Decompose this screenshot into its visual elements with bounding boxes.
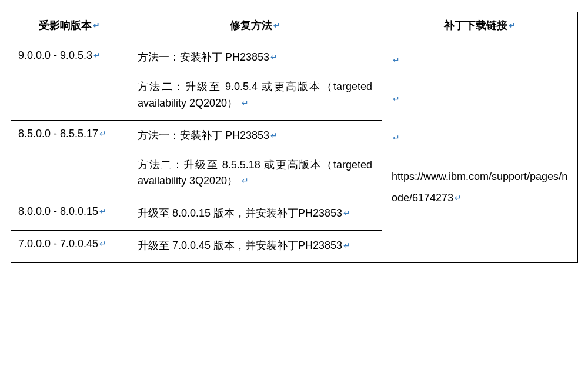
fix-text: 方法一：安装补丁 PH23853	[138, 51, 269, 63]
cell-version: 7.0.0.0 - 7.0.0.45↵	[11, 231, 128, 263]
fix-text: 方法一：安装补丁 PH23853	[138, 129, 269, 141]
fix-line: 方法一：安装补丁 PH23853↵	[138, 128, 372, 144]
cell-version: 8.5.0.0 - 8.5.5.17↵	[11, 120, 128, 198]
paragraph-mark-icon: ↵	[273, 21, 280, 30]
header-patch-link: 补丁下载链接↵	[382, 12, 578, 42]
fix-text: 升级至 7.0.0.45 版本，并安装补丁PH23853	[138, 240, 342, 251]
cell-patch-link: ↵ ↵ ↵ https://www.ibm.com/support/pages/…	[382, 42, 578, 263]
empty-paragraph: ↵	[392, 49, 568, 71]
fix-line: 升级至 7.0.0.45 版本，并安装补丁PH23853↵	[138, 238, 372, 254]
paragraph-mark-icon: ↵	[270, 51, 278, 64]
cell-fix-method: 升级至 7.0.0.45 版本，并安装补丁PH23853↵	[128, 231, 382, 263]
header-affected-version: 受影响版本↵	[11, 12, 128, 42]
paragraph-mark-icon: ↵	[270, 129, 278, 142]
paragraph-mark-icon: ↵	[93, 51, 101, 60]
header-label: 修复方法	[230, 19, 272, 31]
paragraph-mark-icon: ↵	[343, 240, 350, 252]
fix-line: 方法一：安装补丁 PH23853↵	[138, 49, 372, 66]
version-text: 9.0.0.0 - 9.0.5.3	[18, 49, 92, 61]
paragraph-mark-icon: ↵	[99, 239, 106, 248]
cell-fix-method: 升级至 8.0.0.15 版本，并安装补丁PH23853↵	[128, 198, 382, 231]
paragraph-mark-icon: ↵	[343, 207, 350, 220]
paragraph-mark-icon: ↵	[93, 21, 100, 30]
paragraph-mark-icon: ↵	[242, 97, 249, 110]
paragraph-mark-icon: ↵	[393, 91, 400, 107]
patch-link-text[interactable]: https://www.ibm.com/support/pages/node/6…	[392, 171, 567, 204]
version-text: 8.0.0.0 - 8.0.0.15	[18, 205, 98, 217]
cell-fix-method: 方法一：安装补丁 PH23853↵ 方法二：升级至 9.0.5.4 或更高版本（…	[128, 42, 382, 121]
fix-line: 方法二：升级至 8.5.5.18 或更高版本（targeted availabi…	[138, 157, 372, 190]
header-fix-method: 修复方法↵	[128, 12, 382, 42]
empty-paragraph: ↵	[392, 127, 568, 148]
paragraph-mark-icon: ↵	[509, 21, 516, 30]
table-row: 9.0.0.0 - 9.0.5.3↵ 方法一：安装补丁 PH23853↵ 方法二…	[11, 42, 578, 121]
paragraph-mark-icon: ↵	[242, 175, 249, 188]
cell-fix-method: 方法一：安装补丁 PH23853↵ 方法二：升级至 8.5.5.18 或更高版本…	[128, 120, 382, 198]
paragraph-mark-icon: ↵	[99, 207, 106, 216]
paragraph-mark-icon: ↵	[393, 52, 400, 68]
cell-version: 8.0.0.0 - 8.0.0.15↵	[11, 198, 128, 231]
version-text: 8.5.0.0 - 8.5.5.17	[18, 128, 98, 139]
paragraph-mark-icon: ↵	[393, 129, 400, 146]
header-label: 补丁下载链接	[444, 19, 507, 31]
fix-line: 方法二：升级至 9.0.5.4 或更高版本（targeted availabil…	[138, 79, 372, 112]
header-label: 受影响版本	[39, 19, 92, 31]
cell-version: 9.0.0.0 - 9.0.5.3↵	[11, 42, 128, 121]
patch-table: 受影响版本↵ 修复方法↵ 补丁下载链接↵ 9.0.0.0 - 9.0.5.3↵ …	[11, 12, 578, 263]
paragraph-mark-icon: ↵	[455, 190, 462, 206]
version-text: 7.0.0.0 - 7.0.0.45	[18, 238, 98, 250]
paragraph-mark-icon: ↵	[99, 129, 106, 138]
patch-link-paragraph: https://www.ibm.com/support/pages/node/6…	[392, 166, 568, 208]
table-header-row: 受影响版本↵ 修复方法↵ 补丁下载链接↵	[11, 12, 578, 42]
fix-line: 升级至 8.0.0.15 版本，并安装补丁PH23853↵	[138, 205, 372, 222]
fix-text: 升级至 8.0.0.15 版本，并安装补丁PH23853	[138, 207, 342, 219]
fix-text: 方法二：升级至 9.0.5.4 或更高版本（targeted availabil…	[138, 81, 372, 109]
empty-paragraph: ↵	[392, 88, 568, 109]
fix-text: 方法二：升级至 8.5.5.18 或更高版本（targeted availabi…	[138, 159, 372, 187]
